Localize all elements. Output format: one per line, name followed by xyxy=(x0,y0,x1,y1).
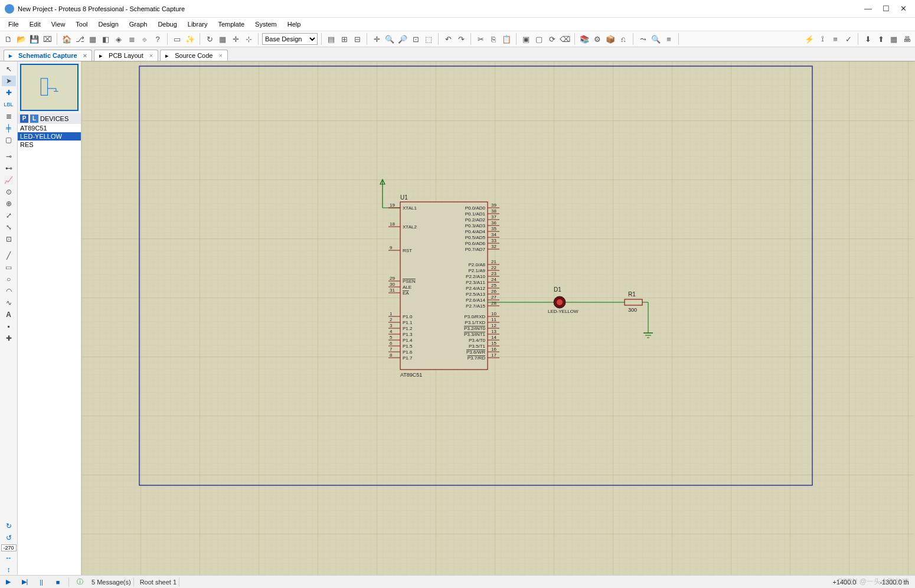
erc-icon[interactable]: ⚡ xyxy=(803,33,815,45)
graph-icon[interactable]: 📈 xyxy=(2,175,16,185)
instrument-icon[interactable]: ⊡ xyxy=(2,234,16,244)
menu-library[interactable]: Library xyxy=(183,19,213,29)
close-button[interactable]: ✕ xyxy=(900,4,907,13)
drc-icon[interactable]: ✓ xyxy=(842,33,854,45)
menu-debug[interactable]: Debug xyxy=(153,19,181,29)
menu-graph[interactable]: Graph xyxy=(125,19,152,29)
status-messages[interactable]: 5 Message(s) xyxy=(92,579,131,586)
wire-autoroute-icon[interactable]: ⤳ xyxy=(637,33,649,45)
cut-icon[interactable]: ✂ xyxy=(475,33,486,45)
copy-icon[interactable]: ⎘ xyxy=(488,33,499,45)
open-icon[interactable]: 📂 xyxy=(15,33,27,45)
design-explorer-icon[interactable]: ▤ xyxy=(325,33,337,45)
tape-icon[interactable]: ⊙ xyxy=(2,187,16,197)
device-item[interactable]: LED-YELLOW xyxy=(18,132,81,141)
selection-mode-icon[interactable]: ↖ xyxy=(2,64,16,74)
help-icon[interactable]: ? xyxy=(152,33,164,45)
undo-icon[interactable]: ↶ xyxy=(442,33,454,45)
zoom-fit-icon[interactable]: ⊡ xyxy=(410,33,421,45)
print-icon[interactable]: 🖶 xyxy=(901,33,913,45)
menu-edit[interactable]: Edit xyxy=(25,19,45,29)
close-tab-icon[interactable]: × xyxy=(149,52,153,59)
export-icon[interactable]: ⬆ xyxy=(875,33,887,45)
line-icon[interactable]: ╱ xyxy=(2,250,16,261)
zoom-area-icon[interactable]: ⬚ xyxy=(423,33,434,45)
subcircuit-icon[interactable]: ▢ xyxy=(2,135,16,145)
block-move-icon[interactable]: ▢ xyxy=(533,33,545,45)
tab-pcb-layout[interactable]: ▸PCB Layout× xyxy=(94,50,158,61)
source-icon[interactable]: ⟐ xyxy=(139,33,151,45)
text-script-icon[interactable]: ≣ xyxy=(2,111,16,122)
devices-list[interactable]: AT89C51LED-YELLOWRES xyxy=(18,124,81,575)
stop-button[interactable]: ■ xyxy=(51,577,65,587)
symbol-icon[interactable]: ▪ xyxy=(2,321,16,332)
path-icon[interactable]: ∿ xyxy=(2,298,16,308)
make-device-icon[interactable]: ⚙ xyxy=(592,33,603,45)
snap-icon[interactable]: ⊹ xyxy=(243,33,254,45)
redo-icon[interactable]: ↷ xyxy=(455,33,467,45)
junction-icon[interactable]: ✚ xyxy=(2,87,16,98)
pick-library-icon[interactable]: 📚 xyxy=(579,33,590,45)
bom2-icon[interactable]: ≡ xyxy=(829,33,841,45)
property-icon[interactable]: ≡ xyxy=(663,33,675,45)
import-icon[interactable]: ⬇ xyxy=(862,33,874,45)
center-icon[interactable]: ✛ xyxy=(371,33,383,45)
box-icon[interactable]: ▭ xyxy=(2,262,16,273)
menu-system[interactable]: System xyxy=(250,19,282,29)
ares-icon[interactable]: ▦ xyxy=(888,33,900,45)
terminal-icon[interactable]: ⊸ xyxy=(2,151,16,162)
block-delete-icon[interactable]: ⌫ xyxy=(559,33,571,45)
net-icon[interactable]: ⊟ xyxy=(351,33,363,45)
step-button[interactable]: ▶| xyxy=(18,577,32,587)
mirror-h-icon[interactable]: ↔ xyxy=(2,553,16,563)
close-tab-icon[interactable]: × xyxy=(218,52,222,59)
minimize-button[interactable]: ― xyxy=(864,4,872,13)
marker-icon[interactable]: ✚ xyxy=(2,333,16,344)
origin-icon[interactable]: ✛ xyxy=(230,33,241,45)
save-icon[interactable]: 💾 xyxy=(28,33,40,45)
netlist-icon[interactable]: ⟟ xyxy=(816,33,828,45)
sheet-icon[interactable]: ▭ xyxy=(171,33,183,45)
wire-label-icon[interactable]: LBL xyxy=(2,99,16,110)
schematic-canvas[interactable]: U1 AT89C51 D1 LED-YELLOW R1 300 19XTAL11… xyxy=(81,61,915,575)
info-icon[interactable]: ⓘ xyxy=(73,577,87,587)
block-copy-icon[interactable]: ▣ xyxy=(520,33,532,45)
zoom-in-icon[interactable]: 🔍 xyxy=(384,33,396,45)
close-doc-icon[interactable]: ⌧ xyxy=(41,33,53,45)
new-icon[interactable]: 🗋 xyxy=(2,33,14,45)
packaging-icon[interactable]: 📦 xyxy=(604,33,616,45)
menu-view[interactable]: View xyxy=(47,19,70,29)
block-rotate-icon[interactable]: ⟳ xyxy=(546,33,558,45)
voltage-probe-icon[interactable]: ⤢ xyxy=(2,210,16,221)
pause-button[interactable]: || xyxy=(34,577,48,587)
component-preview[interactable] xyxy=(20,64,79,111)
rotate-cw-icon[interactable]: ↻ xyxy=(2,521,16,531)
rotate-ccw-icon[interactable]: ↺ xyxy=(2,533,16,543)
paste-icon[interactable]: 📋 xyxy=(501,33,512,45)
search-icon[interactable]: 🔍 xyxy=(650,33,662,45)
menu-help[interactable]: Help xyxy=(283,19,306,29)
menu-template[interactable]: Template xyxy=(213,19,249,29)
device-pin-icon[interactable]: ⊷ xyxy=(2,163,16,174)
bom-icon[interactable]: ≣ xyxy=(126,33,138,45)
current-probe-icon[interactable]: ⤡ xyxy=(2,222,16,233)
design-select[interactable]: Base Design xyxy=(262,33,318,45)
library-button[interactable]: L xyxy=(30,115,38,123)
menu-file[interactable]: File xyxy=(4,19,24,29)
refresh-icon[interactable]: ↻ xyxy=(204,33,215,45)
3d-icon[interactable]: ◧ xyxy=(100,33,112,45)
rotation-input[interactable] xyxy=(1,544,17,551)
schematic-icon[interactable]: ⎇ xyxy=(74,33,86,45)
tab-source-code[interactable]: ▸Source Code× xyxy=(160,50,228,61)
generator-icon[interactable]: ⊕ xyxy=(2,198,16,209)
bus-icon[interactable]: ╪ xyxy=(2,123,16,133)
decompose-icon[interactable]: ⎌ xyxy=(617,33,629,45)
wizard-icon[interactable]: ✨ xyxy=(184,33,196,45)
close-tab-icon[interactable]: × xyxy=(83,52,87,59)
circle-icon[interactable]: ○ xyxy=(2,274,16,285)
component-mode-icon[interactable]: ➤ xyxy=(2,76,16,86)
mirror-v-icon[interactable]: ↕ xyxy=(2,564,16,575)
menu-design[interactable]: Design xyxy=(94,19,123,29)
device-item[interactable]: RES xyxy=(18,141,81,149)
text-icon[interactable]: A xyxy=(2,309,16,320)
